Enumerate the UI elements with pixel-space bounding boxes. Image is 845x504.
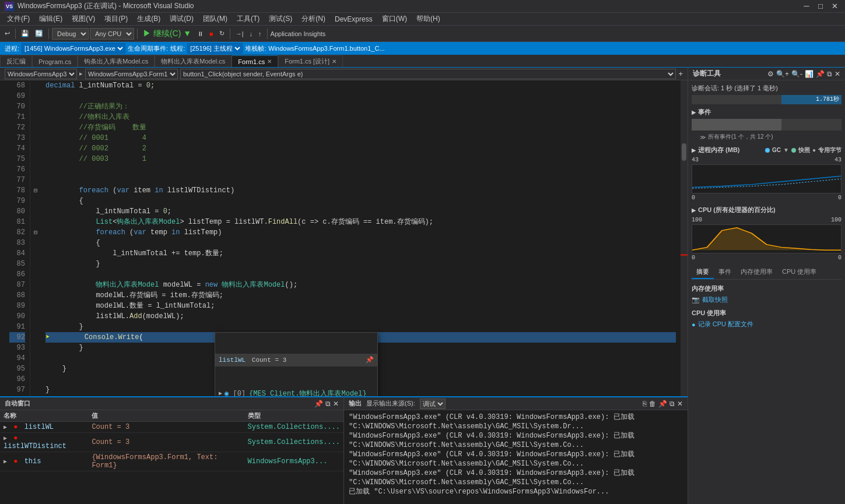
expand-listwt[interactable]: ▶ bbox=[3, 435, 7, 442]
scope-select[interactable]: WindowsFormsApp3 bbox=[5, 69, 77, 79]
close-btn[interactable]: ✕ bbox=[829, 2, 840, 10]
diag-zoom-in-btn[interactable]: 🔍+ bbox=[776, 70, 789, 78]
continue-btn[interactable]: ▶ 继续(C) ▼ bbox=[141, 27, 194, 40]
expand-editor-btn[interactable]: + bbox=[678, 69, 683, 78]
output-source-select[interactable]: 调试 bbox=[420, 399, 446, 409]
auto-window-close[interactable]: ✕ bbox=[333, 400, 339, 408]
menu-tools[interactable]: 工具(T) bbox=[232, 13, 264, 25]
collapse-inner-foreach-btn[interactable]: ⊟ bbox=[34, 229, 37, 236]
toolbar-sep-2 bbox=[48, 29, 49, 39]
output-content: "WindowsFormsApp3.exe" (CLR v4.0.30319: … bbox=[344, 410, 688, 504]
output-close-btn[interactable]: ✕ bbox=[677, 400, 683, 408]
output-line-3: "WindowsFormsApp3.exe" (CLR v4.0.30319: … bbox=[349, 450, 683, 468]
tab-goutiaomodel-cs[interactable]: 钩条出入库表Model.cs bbox=[78, 55, 155, 67]
scroll-thumb[interactable] bbox=[682, 143, 686, 161]
tab-form1-cs-close[interactable]: ✕ bbox=[267, 58, 272, 65]
diag-events-label: 事件 bbox=[698, 108, 711, 117]
diag-tab-cpu[interactable]: CPU 使用率 bbox=[777, 266, 821, 279]
auto-window-float[interactable]: ⧉ bbox=[325, 400, 331, 408]
output-line-1: "WindowsFormsApp3.exe" (CLR v4.0.30319: … bbox=[349, 413, 683, 431]
tooltip-var-name: listlWL bbox=[219, 355, 246, 365]
debug-config-select[interactable]: Debug bbox=[52, 28, 89, 40]
var-name-this: ▶ ● this bbox=[0, 452, 88, 471]
memory-actions: 内存使用率 📷 截取快照 bbox=[692, 284, 842, 304]
menu-test[interactable]: 测试(S) bbox=[264, 13, 297, 25]
tooltip-row-0[interactable]: ▶ ◉ [0] {MES_Client.物料出入库表Model} bbox=[215, 387, 377, 396]
step-out-btn[interactable]: ↑ bbox=[256, 27, 264, 40]
diag-tab-events[interactable]: 事件 bbox=[714, 266, 736, 279]
tooltip-expand-0[interactable]: ▶ bbox=[219, 389, 222, 396]
diag-close-btn[interactable]: ✕ bbox=[835, 70, 840, 78]
diag-pin-btn[interactable]: 📌 bbox=[816, 70, 825, 78]
menu-help[interactable]: 帮助(H) bbox=[412, 13, 445, 25]
expand-listwl[interactable]: ▶ bbox=[3, 424, 7, 431]
code-content[interactable]: decimal l_intNumTotal = 0; //正确结果为： //物料… bbox=[41, 80, 681, 396]
menu-view[interactable]: 视图(V) bbox=[67, 13, 100, 25]
step-into-btn[interactable]: ↓ bbox=[247, 27, 255, 40]
tab-program-cs[interactable]: Program.cs bbox=[32, 55, 78, 67]
code-line-90: listlWL.Add(modelWL); bbox=[45, 311, 676, 322]
tooltip-indicator-0: ◉ bbox=[225, 389, 229, 396]
tab-wuliao-model-cs[interactable]: 物料出入库表Model.cs bbox=[155, 55, 232, 67]
menu-devexpress[interactable]: DevExpress bbox=[330, 14, 377, 24]
minimize-btn[interactable]: ─ bbox=[801, 2, 812, 10]
expand-this[interactable]: ▶ bbox=[3, 459, 7, 465]
diag-cpu-section: CPU (所有处理器的百分比) 100 100 0 0 bbox=[692, 206, 842, 261]
cpu-bottom-left: 0 bbox=[692, 255, 695, 261]
auto-window: 自动窗口 📌 ⧉ ✕ 名称 值 bbox=[0, 397, 344, 504]
snapshot-action[interactable]: 📷 截取快照 bbox=[692, 295, 842, 304]
refresh-btn[interactable]: 🔄 bbox=[33, 27, 45, 40]
diag-tab-summary[interactable]: 摘要 bbox=[692, 266, 714, 279]
collapse-foreach-btn[interactable]: ⊟ bbox=[34, 187, 37, 194]
method-select[interactable]: button1_Click(object sender, EventArgs e… bbox=[180, 69, 676, 79]
tooltip-pin-btn[interactable]: 📌 bbox=[366, 355, 374, 365]
diag-settings-btn[interactable]: ⚙ bbox=[767, 70, 774, 78]
pause-btn[interactable]: ⏸ bbox=[195, 27, 206, 40]
menu-debug[interactable]: 调试(D) bbox=[165, 13, 198, 25]
toolbar-sep-1 bbox=[15, 29, 16, 39]
code-line-79: { bbox=[45, 196, 676, 206]
menu-build[interactable]: 生成(B) bbox=[132, 13, 165, 25]
tab-form1-cs[interactable]: Form1.cs ✕ bbox=[232, 55, 278, 67]
tab-form1-design[interactable]: Form1.cs [设计] ✕ bbox=[278, 55, 343, 67]
tab-form1-design-close[interactable]: ✕ bbox=[332, 58, 336, 65]
output-float-btn[interactable]: ⧉ bbox=[669, 400, 675, 408]
code-line-78: foreach (var item in listlWTDistinct) bbox=[45, 185, 676, 196]
restart-btn[interactable]: ↻ bbox=[217, 27, 227, 40]
diag-session-info: 诊断会话: 1 秒 (选择了 1 毫秒) bbox=[692, 84, 842, 93]
tab-disassembly[interactable]: 反汇编 bbox=[0, 55, 32, 67]
table-row-listwt[interactable]: ▶ ● listlWTDistinct Count = 3 System.Col… bbox=[0, 433, 343, 452]
stop-btn[interactable]: ■ bbox=[207, 27, 216, 40]
save-all-btn[interactable]: 💾 bbox=[19, 27, 31, 40]
menu-project[interactable]: 项目(P) bbox=[100, 13, 132, 25]
step-over-btn[interactable]: →| bbox=[233, 27, 246, 40]
maximize-btn[interactable]: □ bbox=[815, 2, 826, 10]
vertical-scrollbar[interactable] bbox=[681, 80, 688, 396]
process-select[interactable]: [1456] WindowsFormsApp3.exe bbox=[22, 43, 125, 54]
code-line-88: modelWL.存货编码 = item.存货编码; bbox=[45, 290, 676, 301]
platform-select[interactable]: Any CPU bbox=[90, 28, 134, 40]
cpu-profile-action[interactable]: ● 记录 CPU 配置文件 bbox=[692, 320, 842, 329]
thread-select[interactable]: [25196] 主线程 bbox=[187, 43, 243, 54]
menu-team[interactable]: 团队(M) bbox=[198, 13, 232, 25]
menu-edit[interactable]: 编辑(E) bbox=[34, 13, 67, 25]
diag-float-btn[interactable]: ⧉ bbox=[827, 70, 832, 78]
output-clear-btn[interactable]: 🗑 bbox=[649, 400, 656, 408]
undo-btn[interactable]: ↩ bbox=[2, 27, 12, 40]
auto-window-pin[interactable]: 📌 bbox=[314, 400, 323, 408]
diag-chart-btn[interactable]: 📊 bbox=[805, 70, 814, 78]
table-row-this[interactable]: ▶ ● this {WindowsFormsApp3.Form1, Text: … bbox=[0, 452, 343, 471]
menu-file[interactable]: 文件(F) bbox=[2, 13, 34, 25]
class-select[interactable]: WindowsFormsApp3.Form1 bbox=[85, 69, 178, 79]
output-copy-btn[interactable]: ⎘ bbox=[643, 400, 647, 408]
diag-tab-memory[interactable]: 内存使用率 bbox=[736, 266, 777, 279]
code-line-83: { bbox=[45, 238, 676, 248]
diag-zoom-out-btn[interactable]: 🔍- bbox=[791, 70, 802, 78]
menu-window[interactable]: 窗口(W) bbox=[377, 13, 412, 25]
app-insights-label[interactable]: Application Insights bbox=[271, 30, 326, 37]
diag-title: 诊断工具 bbox=[693, 69, 721, 79]
menu-analyze[interactable]: 分析(N) bbox=[297, 13, 330, 25]
table-row-listwl[interactable]: ▶ ● listlWL Count = 3 System.Collections… bbox=[0, 422, 343, 433]
diag-events-section: 事件 ≫ 所有事件(1 个，共 12 个) bbox=[692, 108, 842, 141]
output-pin-btn[interactable]: 📌 bbox=[658, 400, 667, 408]
